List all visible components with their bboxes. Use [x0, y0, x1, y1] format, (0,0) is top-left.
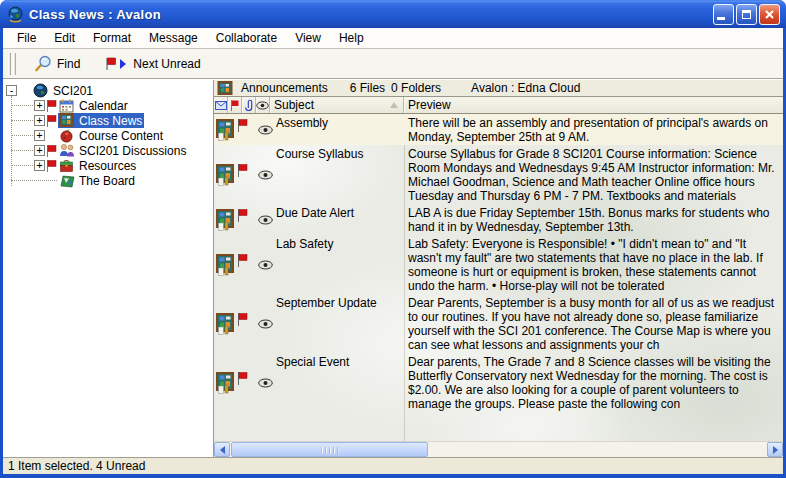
message-preview: There will be an assembly and presentati… [404, 115, 783, 144]
horizontal-scrollbar[interactable] [214, 441, 783, 457]
tree-item-course-content[interactable]: + Course Content [3, 128, 213, 143]
status-text: 1 Item selected. 4 Unread [8, 459, 145, 473]
unread-flag-icon [237, 254, 248, 267]
message-list-panel: Announcements 6 Files 0 Folders Avalon :… [214, 80, 783, 457]
maximize-button[interactable] [736, 4, 757, 25]
calendar-icon [58, 98, 75, 113]
maximize-icon [742, 10, 751, 19]
tree-item-label: The Board [77, 174, 137, 188]
news-board-icon [217, 81, 233, 95]
next-unread-button[interactable]: Next Unread [98, 54, 206, 74]
tree-item-label: SCI201 Discussions [77, 144, 188, 158]
eye-icon [258, 319, 273, 329]
news-board-icon [58, 113, 75, 128]
message-preview: Dear parents, The Grade 7 and 8 Science … [404, 354, 783, 411]
tree-item-resources[interactable]: + Resources [3, 158, 213, 173]
eye-icon [258, 125, 273, 135]
menu-bar: File Edit Format Message Collaborate Vie… [3, 28, 783, 49]
expand-toggle-icon[interactable]: + [34, 145, 45, 156]
globe-icon [7, 6, 24, 23]
message-subject: September Update [276, 295, 404, 352]
message-subject: Lab Safety [276, 236, 404, 293]
message-row-due-date-alert[interactable]: Due Date Alert LAB A is due Friday Septe… [214, 204, 783, 235]
toolbar: Find Next Unread [3, 49, 783, 79]
minimize-icon [717, 17, 725, 20]
message-list: Assembly There will be an assembly and p… [214, 114, 783, 441]
message-preview: LAB A is due Friday September 15th. Bonu… [404, 205, 783, 234]
unread-flag-icon [237, 372, 248, 385]
unread-flag-icon [46, 145, 57, 157]
tree-item-class-news[interactable]: + [3, 113, 213, 128]
message-row-assembly[interactable]: Assembly There will be an assembly and p… [214, 114, 783, 145]
scroll-left-button[interactable] [214, 442, 230, 457]
paperclip-icon [245, 99, 253, 111]
thumb-grip [321, 447, 338, 454]
title-bar[interactable]: Class News : Avalon [0, 0, 786, 28]
selected-tree-item[interactable]: Class News [58, 113, 144, 128]
column-subject[interactable]: Subject [270, 97, 404, 113]
column-attachment[interactable] [242, 97, 256, 113]
subject-header-label: Subject [274, 98, 314, 112]
news-item-icon [216, 164, 235, 186]
toolbar-grip[interactable] [13, 53, 16, 75]
expand-toggle-icon[interactable]: + [34, 160, 45, 171]
apple-icon [58, 128, 75, 143]
app-window: Class News : Avalon File Edit Format Mes… [0, 0, 786, 478]
arrow-left-icon [220, 446, 225, 454]
menu-file[interactable]: File [8, 29, 45, 47]
unread-flag-icon [46, 100, 57, 112]
scrollbar-thumb[interactable] [231, 442, 428, 457]
minimize-button[interactable] [713, 4, 734, 25]
preview-header-label: Preview [408, 98, 451, 112]
column-preview[interactable]: Preview [404, 97, 783, 113]
column-read-status[interactable] [256, 97, 270, 113]
people-icon [58, 143, 75, 158]
find-button[interactable]: Find [28, 52, 86, 76]
message-row-lab-safety[interactable]: Lab Safety Lab Safety: Everyone is Respo… [214, 235, 783, 294]
menu-collaborate[interactable]: Collaborate [207, 29, 286, 47]
message-row-september-update[interactable]: September Update Dear Parents, September… [214, 294, 783, 353]
conference-header: Announcements 6 Files 0 Folders Avalon :… [214, 80, 783, 97]
toolbar-grip[interactable] [8, 53, 11, 75]
close-button[interactable] [759, 4, 780, 25]
menu-message[interactable]: Message [140, 29, 207, 47]
column-flag[interactable] [228, 97, 242, 113]
board-icon [58, 173, 75, 188]
find-label: Find [57, 57, 80, 71]
menu-format[interactable]: Format [84, 29, 140, 47]
server-location: Avalon : Edna Cloud [471, 81, 580, 95]
message-row-course-syllabus[interactable]: Course Syllabus Course Syllabus for Grad… [214, 145, 783, 204]
tree-item-calendar[interactable]: + Calendar [3, 98, 213, 113]
news-item-icon [216, 209, 235, 231]
menu-edit[interactable]: Edit [45, 29, 84, 47]
column-envelope[interactable] [214, 97, 228, 113]
column-header-row: Subject Preview [214, 97, 783, 114]
tree-item-the-board[interactable]: The Board [3, 173, 213, 188]
news-item-icon [216, 254, 235, 276]
status-bar: 1 Item selected. 4 Unread [3, 457, 783, 474]
tree-item-sci201-discussions[interactable]: + SCI201 Discussions [3, 143, 213, 158]
next-unread-label: Next Unread [133, 57, 200, 71]
expand-toggle-icon[interactable]: + [34, 115, 45, 126]
eye-icon [256, 101, 269, 110]
scroll-right-button[interactable] [767, 442, 783, 457]
window-title: Class News : Avalon [29, 7, 713, 22]
message-subject: Special Event [276, 354, 404, 411]
message-row-special-event[interactable]: Special Event Dear parents, The Grade 7 … [214, 353, 783, 412]
tree-item-label: Calendar [77, 99, 130, 113]
message-preview: Lab Safety: Everyone is Responsible! • "… [404, 236, 783, 293]
expand-toggle-icon[interactable]: + [34, 100, 45, 111]
menu-view[interactable]: View [286, 29, 330, 47]
toolbox-icon [58, 158, 75, 173]
expand-toggle-icon[interactable]: + [34, 130, 45, 141]
tree-item-sci201[interactable]: - SCI201 [3, 83, 213, 98]
unread-flag-icon [237, 164, 248, 177]
collapse-toggle-icon[interactable]: - [6, 85, 17, 96]
scrollbar-track[interactable] [230, 442, 767, 457]
message-subject: Due Date Alert [276, 205, 404, 234]
tree-item-label: Resources [77, 159, 138, 173]
menu-help[interactable]: Help [330, 29, 373, 47]
message-subject: Course Syllabus [276, 146, 404, 203]
eye-icon [258, 260, 273, 270]
window-border [0, 474, 786, 478]
